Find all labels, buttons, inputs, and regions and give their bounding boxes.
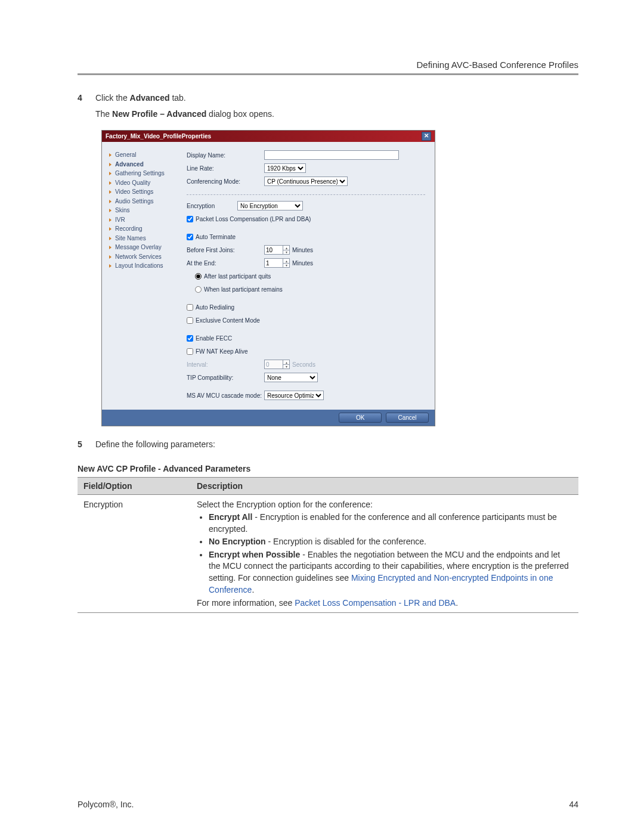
page-header-section: Defining AVC-Based Conference Profiles — [78, 60, 578, 70]
sidebar-item-audio-settings[interactable]: Audio Settings — [109, 197, 181, 206]
cell-field: Encryption — [78, 495, 191, 613]
interval-unit: Seconds — [292, 361, 315, 368]
before-first-joins-label: Before First Joins: — [187, 247, 264, 253]
col-description: Description — [191, 478, 578, 495]
sidebar-item-advanced[interactable]: Advanced — [109, 160, 181, 169]
auto-terminate-label: Auto Terminate — [196, 234, 236, 240]
display-name-label: Display Name: — [187, 152, 264, 159]
line-rate-select[interactable]: 1920 Kbps — [264, 163, 306, 173]
at-the-end-stepper[interactable]: ▴▾ — [264, 258, 290, 268]
when-last-remains-radio[interactable] — [195, 286, 202, 293]
after-last-quits-radio[interactable] — [195, 273, 202, 280]
cell-description: Select the Encryption option for the con… — [191, 495, 578, 613]
step-5: 5 Define the following parameters: — [78, 438, 578, 451]
header-rule — [78, 73, 578, 75]
footer-company: Polycom®, Inc. — [78, 800, 134, 809]
step-text: Click the — [95, 93, 130, 103]
tip-compat-select[interactable]: None — [264, 373, 318, 382]
conferencing-mode-select[interactable]: CP (Continuous Presence) — [264, 176, 348, 186]
display-name-input[interactable] — [264, 150, 399, 160]
ms-av-select[interactable]: Resource Optimized — [264, 391, 324, 400]
list-item: Encrypt when Possible - Enables the nego… — [209, 549, 572, 596]
before-first-joins-stepper[interactable]: ▴▾ — [264, 245, 290, 255]
sidebar-item-site-names[interactable]: Site Names — [109, 234, 181, 243]
table-row: Encryption Select the Encryption option … — [78, 495, 578, 613]
sidebar-item-video-settings[interactable]: Video Settings — [109, 187, 181, 197]
auto-terminate-checkbox[interactable] — [187, 234, 193, 240]
plc-checkbox[interactable] — [187, 216, 193, 222]
encryption-select[interactable]: No Encryption — [237, 201, 303, 210]
parameters-table: Field/Option Description Encryption Sele… — [78, 477, 578, 613]
step-number: 4 — [78, 92, 82, 104]
auto-redialing-checkbox[interactable] — [187, 304, 193, 311]
step-text: Define the following parameters: — [95, 439, 215, 449]
dialog-titlebar: Factory_Mix_Video_ProfileProperties ✕ — [102, 131, 435, 142]
sidebar-item-video-quality[interactable]: Video Quality — [109, 178, 181, 188]
enable-fecc-label: Enable FECC — [196, 335, 232, 342]
list-item: No Encryption - Encryption is disabled f… — [209, 536, 572, 548]
link-plc[interactable]: Packet Loss Compensation - LPR and DBA — [295, 598, 456, 608]
at-end-unit: Minutes — [292, 260, 313, 267]
sidebar-item-skins[interactable]: Skins — [109, 206, 181, 215]
close-icon[interactable]: ✕ — [422, 132, 431, 141]
sidebar-item-gathering-settings[interactable]: Gathering Settings — [109, 169, 181, 178]
dialog-title-text: Factory_Mix_Video_ProfileProperties — [106, 133, 211, 140]
exclusive-content-checkbox[interactable] — [187, 317, 193, 324]
sidebar-item-layout-indications[interactable]: Layout Indications — [109, 261, 181, 271]
dialog-nav: General Advanced Gathering Settings Vide… — [102, 142, 181, 410]
interval-label: Interval: — [187, 361, 264, 368]
tip-compat-label: TIP Compatibility: — [187, 374, 264, 381]
page-number: 44 — [569, 800, 578, 809]
step-bold: Advanced — [130, 93, 170, 103]
at-the-end-label: At the End: — [187, 260, 264, 267]
step-4: 4 Click the Advanced tab. — [78, 92, 578, 104]
exclusive-content-label: Exclusive Content Mode — [196, 317, 260, 324]
col-field-option: Field/Option — [78, 478, 191, 495]
line-rate-label: Line Rate: — [187, 165, 264, 172]
sidebar-item-message-overlay[interactable]: Message Overlay — [109, 243, 181, 252]
dialog-main-pane: Display Name: Line Rate: 1920 Kbps Confe… — [181, 142, 435, 410]
step-4-subtext: The New Profile – Advanced dialog box op… — [78, 108, 578, 120]
profile-properties-dialog: Factory_Mix_Video_ProfileProperties ✕ Ge… — [101, 130, 435, 426]
ok-button[interactable]: OK — [339, 413, 382, 423]
encryption-label: Encryption — [187, 203, 237, 209]
before-unit: Minutes — [292, 247, 313, 253]
sidebar-item-general[interactable]: General — [109, 150, 181, 160]
enable-fecc-checkbox[interactable] — [187, 335, 193, 342]
table-title: New AVC CP Profile - Advanced Parameters — [78, 464, 578, 473]
ms-av-label: MS AV MCU cascade mode: — [187, 392, 264, 399]
interval-stepper: ▴▾ — [264, 360, 290, 369]
plc-label: Packet Loss Compensation (LPR and DBA) — [196, 216, 311, 222]
list-item: Encrypt All - Encryption is enabled for … — [209, 512, 572, 535]
conferencing-mode-label: Conferencing Mode: — [187, 178, 264, 185]
after-last-quits-label: After last participant quits — [204, 273, 271, 280]
when-last-remains-label: When last participant remains — [204, 286, 283, 293]
sidebar-item-ivr[interactable]: IVR — [109, 215, 181, 225]
fw-nat-label: FW NAT Keep Alive — [196, 348, 247, 355]
step-number: 5 — [78, 438, 82, 451]
cancel-button[interactable]: Cancel — [386, 413, 429, 423]
dialog-button-bar: OK Cancel — [102, 410, 435, 426]
fw-nat-checkbox[interactable] — [187, 348, 193, 355]
sidebar-item-network-services[interactable]: Network Services — [109, 252, 181, 262]
auto-redialing-label: Auto Redialing — [196, 304, 234, 311]
sidebar-item-recording[interactable]: Recording — [109, 224, 181, 234]
